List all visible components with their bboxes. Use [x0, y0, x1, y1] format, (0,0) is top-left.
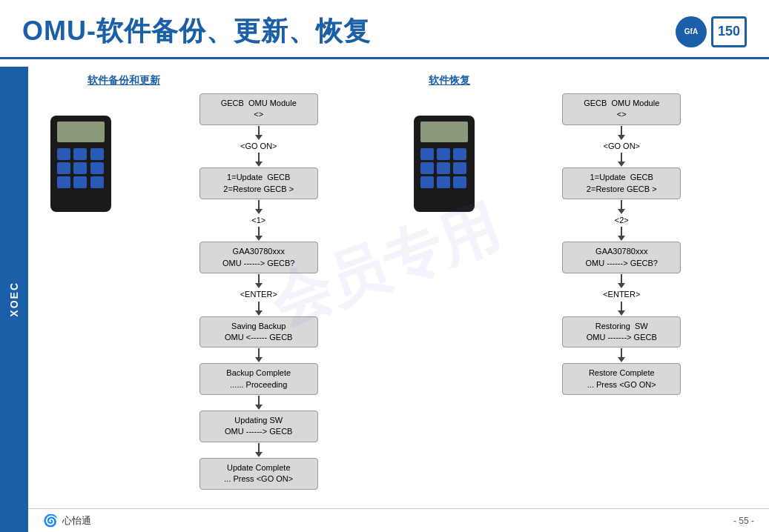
right-diagram: GECB OMU Module<> <GO ON> 1=Update GECB2… [414, 93, 755, 510]
arrow [255, 153, 263, 167]
arrow [618, 302, 625, 316]
device-btn [420, 176, 434, 188]
arrow [255, 274, 263, 288]
device-btn [420, 148, 434, 160]
device-btn [57, 176, 70, 188]
title-chinese: 软件备份、更新、恢复 [96, 16, 371, 46]
device-body-right [414, 116, 475, 212]
footer: 🌀 心怡通 - 55 - [28, 508, 769, 532]
device-btn [437, 176, 450, 188]
brand-logo: GfA [676, 16, 707, 47]
flow-step: 1=Update GECB2=Restore GECB > [199, 167, 318, 199]
left-diagram: GECB OMU Module<> <GO ON> 1=Update GECB2… [50, 93, 392, 510]
arrow [255, 200, 263, 214]
device-buttons-right [420, 148, 468, 188]
anniversary-logo: 150 [711, 16, 747, 47]
page-title: OMU-软件备份、更新、恢复 [22, 13, 371, 50]
arrow [255, 396, 263, 410]
flow-step: Update Complete... Press <GO ON> [199, 458, 318, 490]
flow-step: Saving BackupOMU <------ GECB [199, 316, 318, 348]
flow-step: GAA30780xxxOMU ------> GECB? [562, 242, 681, 273]
arrow [618, 348, 625, 362]
flow-step-backup-complete: Backup Complete...... Proceeding [199, 363, 318, 395]
device-btn [73, 148, 87, 160]
arrow [618, 153, 625, 167]
title-prefix: OMU- [22, 16, 96, 46]
main-content: 软件备份和更新 软件恢复 [28, 67, 769, 532]
arrow [255, 302, 263, 316]
arrow [618, 274, 625, 288]
section-label-left: 软件备份和更新 [88, 74, 310, 87]
device-btn [437, 148, 450, 160]
device-btn [453, 162, 466, 174]
flow-step: GECB OMU Module<> [562, 93, 681, 125]
flow-step: GAA30780xxxOMU ------> GECB? [199, 242, 318, 273]
flow-step: Updating SWOMU ------> GECB [199, 410, 318, 442]
arrow [255, 443, 263, 457]
diagrams-area: GECB OMU Module<> <GO ON> 1=Update GECB2… [43, 93, 754, 510]
section-labels: 软件备份和更新 软件恢复 [43, 74, 754, 87]
arrow [255, 348, 263, 362]
device-btn [90, 148, 104, 160]
flow-label: <2> [562, 215, 681, 226]
device-btn [453, 176, 466, 188]
device-btn [90, 176, 104, 188]
arrow [255, 126, 263, 140]
arrow [618, 227, 625, 241]
logo-area: GfA 150 [676, 16, 747, 47]
device-btn [453, 148, 466, 160]
device-btn [57, 162, 70, 174]
arrow [255, 227, 263, 241]
device-btn [90, 162, 104, 174]
flow-step: GECB OMU Module<> [199, 93, 318, 125]
arrow [618, 126, 625, 140]
device-btn [437, 162, 450, 174]
device-body-left [50, 116, 111, 212]
brand-name: 心怡通 [62, 514, 91, 528]
flow-label: <GO ON> [562, 141, 681, 152]
device-screen-left [57, 122, 105, 142]
device-screen-right [420, 122, 468, 142]
device-btn [73, 162, 87, 174]
flow-step: Restoring SWOMU -------> GECB [562, 316, 681, 348]
section-label-right: 软件恢复 [429, 74, 651, 87]
left-device [50, 116, 117, 212]
header: OMU-软件备份、更新、恢复 GfA 150 [0, 0, 769, 59]
flow-step: 1=Update GECB2=Restore GECB > [562, 167, 681, 199]
brand-icon: 🌀 [43, 513, 58, 528]
device-btn [73, 176, 87, 188]
sidebar: XOEC [0, 67, 28, 532]
left-flowchart: GECB OMU Module<> <GO ON> 1=Update GECB2… [126, 93, 392, 490]
arrow [618, 200, 625, 214]
page-number: - 55 - [733, 516, 754, 526]
right-device [414, 116, 481, 212]
flow-label: <ENTER> [562, 289, 681, 300]
device-btn [420, 162, 434, 174]
flow-step-restore-complete: Restore Complete... Press <GO ON> [562, 363, 681, 395]
flow-label: <1> [199, 215, 318, 226]
sidebar-label: XOEC [8, 282, 20, 317]
flow-label: <ENTER> [199, 289, 318, 300]
right-flowchart: GECB OMU Module<> <GO ON> 1=Update GECB2… [489, 93, 755, 395]
footer-brand: 🌀 心怡通 [43, 513, 91, 528]
flow-label: <GO ON> [199, 141, 318, 152]
device-btn [57, 148, 70, 160]
device-buttons-left [57, 148, 105, 188]
